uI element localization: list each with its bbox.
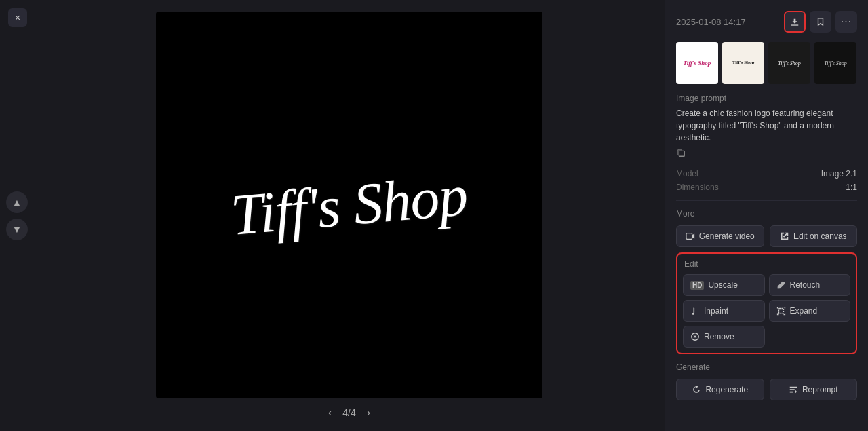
download-button[interactable] <box>784 11 806 33</box>
dimensions-value: 1:1 <box>846 183 857 192</box>
chevron-up-icon: ▲ <box>12 197 22 208</box>
upscale-button[interactable]: HD Upscale <box>683 274 765 296</box>
reprompt-label: Reprompt <box>802 385 838 394</box>
panel-header: 2025-01-08 14:17 ··· <box>676 11 857 33</box>
close-button[interactable]: × <box>8 8 27 27</box>
thumb-4-label: Tiff's Shop <box>824 60 847 67</box>
reprompt-button[interactable]: Reprompt <box>770 379 858 400</box>
ellipsis-icon: ··· <box>841 16 852 28</box>
edit-on-canvas-button[interactable]: Edit on canvas <box>770 225 858 247</box>
divider-1 <box>676 200 857 201</box>
retouch-button[interactable]: Retouch <box>769 274 851 296</box>
pagination-label: 4/4 <box>342 407 355 418</box>
thumb-3-label: Tiff's Shop <box>778 60 801 67</box>
right-panel: 2025-01-08 14:17 ··· <box>665 0 868 431</box>
edit-section: Edit HD Upscale Retouch <box>676 252 857 354</box>
hd-icon: HD <box>690 281 704 290</box>
download-icon <box>790 17 800 26</box>
dimensions-row: Dimensions 1:1 <box>676 183 857 192</box>
thumbnails-row: Tiff's Shop Tiff's Shop Tiff's Shop Tiff… <box>676 42 857 84</box>
svg-rect-0 <box>679 151 684 156</box>
model-value: Image 2.1 <box>821 169 857 179</box>
retouch-icon <box>776 280 786 290</box>
edit-section-title: Edit <box>683 259 850 269</box>
remove-label: Remove <box>704 332 734 341</box>
next-image-button[interactable]: › <box>363 405 374 420</box>
generate-video-label: Generate video <box>699 231 755 241</box>
reprompt-icon <box>789 385 798 394</box>
svg-rect-2 <box>778 309 783 314</box>
dimensions-label: Dimensions <box>676 183 719 192</box>
image-text: Tiff's Shop <box>229 160 471 248</box>
thumb-1-label: Tiff's Shop <box>684 60 711 67</box>
expand-label: Expand <box>790 306 818 316</box>
image-pagination: ‹ 4/4 › <box>324 405 374 420</box>
model-row: Model Image 2.1 <box>676 169 857 179</box>
expand-icon <box>776 306 786 316</box>
prompt-text: Create a chic fashion logo featuring ele… <box>676 107 857 144</box>
bookmark-icon <box>816 17 825 26</box>
bookmark-button[interactable] <box>810 11 831 33</box>
thumbnail-4[interactable]: Tiff's Shop <box>814 42 856 84</box>
canvas-icon <box>780 231 789 241</box>
app-wrapper: × ▲ ▼ Tiff's Shop ‹ 4/4 › 2025-01-08 14:… <box>0 0 868 431</box>
center-area: Tiff's Shop ‹ 4/4 › <box>34 0 665 431</box>
expand-button[interactable]: Expand <box>769 300 851 322</box>
inpaint-button[interactable]: Inpaint <box>683 300 765 322</box>
edit-grid: HD Upscale Retouch Inpaint <box>683 274 850 348</box>
svg-rect-1 <box>686 233 692 240</box>
thumbnail-3[interactable]: Tiff's Shop <box>768 42 810 84</box>
prompt-section-label: Image prompt <box>676 94 857 103</box>
retouch-label: Retouch <box>790 280 821 290</box>
generate-section-title: Generate <box>676 362 857 372</box>
video-icon <box>686 231 695 241</box>
generate-actions-row: Regenerate Reprompt <box>676 379 857 400</box>
model-label: Model <box>676 169 698 179</box>
edit-on-canvas-label: Edit on canvas <box>793 231 847 241</box>
inpaint-label: Inpaint <box>704 306 728 316</box>
nav-up-button[interactable]: ▲ <box>6 191 28 213</box>
more-actions-row: Generate video Edit on canvas <box>676 225 857 247</box>
header-actions: ··· <box>784 11 857 33</box>
thumbnail-1[interactable]: Tiff's Shop <box>676 42 718 84</box>
nav-down-button[interactable]: ▼ <box>6 219 28 240</box>
timestamp-label: 2025-01-08 14:17 <box>676 17 746 27</box>
regenerate-icon <box>692 385 701 394</box>
remove-button[interactable]: Remove <box>683 326 765 348</box>
thumb-2-label: Tiff's Shop <box>732 60 755 66</box>
inpaint-icon <box>690 306 700 316</box>
copy-icon <box>676 148 686 157</box>
thumbnail-2[interactable]: Tiff's Shop <box>722 42 764 84</box>
regenerate-label: Regenerate <box>705 385 748 394</box>
more-options-button[interactable]: ··· <box>835 11 857 33</box>
close-icon: × <box>15 12 20 23</box>
more-section-title: More <box>676 209 857 219</box>
generate-video-button[interactable]: Generate video <box>676 225 764 247</box>
upscale-label: Upscale <box>708 280 737 290</box>
regenerate-button[interactable]: Regenerate <box>676 379 764 400</box>
chevron-down-icon: ▼ <box>12 224 22 235</box>
main-image: Tiff's Shop <box>156 12 542 398</box>
remove-icon <box>690 332 700 341</box>
left-sidebar: ▲ ▼ <box>0 0 34 431</box>
copy-prompt-button[interactable] <box>676 148 686 160</box>
prev-image-button[interactable]: ‹ <box>324 405 336 420</box>
